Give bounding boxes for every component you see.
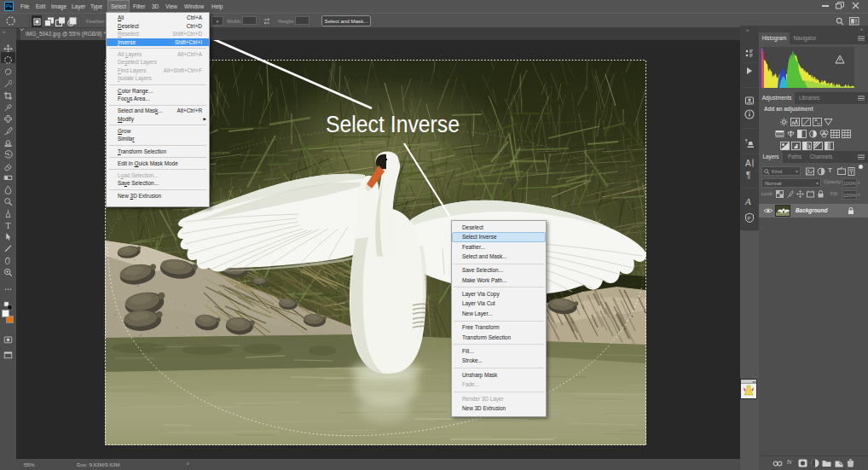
svg-text:P: P bbox=[748, 216, 751, 221]
svg-text:Select Inverse: Select Inverse bbox=[326, 112, 460, 137]
svg-text:T: T bbox=[5, 221, 11, 230]
svg-text:A: A bbox=[745, 159, 751, 168]
svg-text:¶: ¶ bbox=[746, 171, 750, 180]
svg-text:A: A bbox=[744, 196, 751, 206]
svg-text:¶: ¶ bbox=[745, 138, 748, 143]
